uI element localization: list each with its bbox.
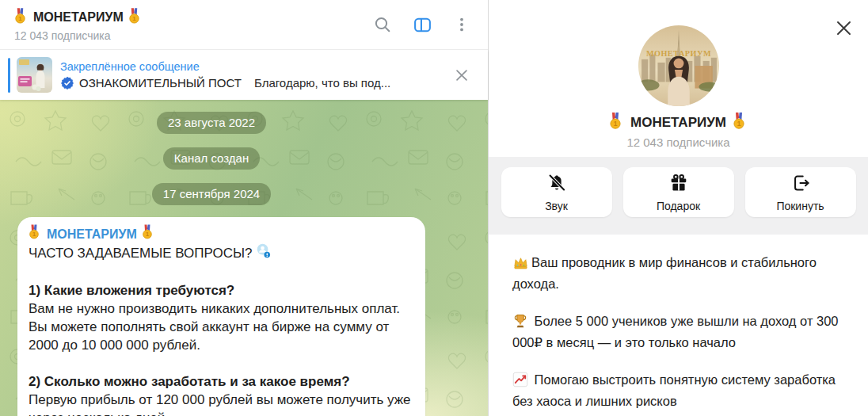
chat-canvas: 23 августа 2022 Канал создан 17 сентября… (0, 100, 488, 416)
faq-answer-2: Первую прибыль от 120 000 рублей вы може… (29, 391, 414, 416)
mute-button-label: Звук (545, 200, 568, 212)
gift-icon (668, 173, 689, 197)
profile-actions-band: Звук Подарок Покинуть (489, 157, 868, 235)
svg-text:1: 1 (32, 231, 36, 238)
pinned-accent-line (8, 58, 10, 93)
gold-medal-icon: 1 (14, 8, 26, 27)
leave-icon (790, 173, 811, 197)
pinned-message-bar[interactable]: Закреплённое сообщение ОЗНАКОМИТЕЛЬНЫЙ П… (0, 50, 488, 100)
crown-emoji (512, 256, 529, 275)
gold-medal-icon: 1 (609, 113, 622, 133)
close-profile-icon[interactable] (833, 17, 854, 38)
description-paragraph: Ваш проводник в мир финансов и стабильно… (512, 254, 847, 293)
svg-text:1: 1 (614, 120, 618, 128)
gold-medal-icon: 1 (733, 113, 745, 133)
channel-created-badge: Канал создан (163, 147, 260, 170)
bell-muted-icon (546, 173, 567, 197)
svg-text:1: 1 (146, 231, 149, 238)
svg-text:1: 1 (18, 15, 22, 22)
subscriber-count: 12 043 подписчика (14, 29, 143, 42)
gift-button[interactable]: Подарок (623, 167, 734, 217)
blue-person-emoji (256, 243, 271, 263)
trophy-emoji (512, 313, 528, 334)
chart-up-emoji (512, 372, 528, 392)
pinned-post-title: ОЗНАКОМИТЕЛЬНЫЙ ПОСТ (79, 76, 242, 90)
profile-subscriber-count: 12 043 подписчика (489, 135, 868, 149)
message-sender[interactable]: 1 МОНЕТАРИУМ 1 (29, 224, 414, 243)
pinned-thumbnail (17, 57, 52, 93)
faq-question-1: 1) Какие вложения требуются? (29, 281, 414, 300)
channel-description: Ваш проводник в мир финансов и стабильно… (489, 235, 868, 416)
profile-channel-title: МОНЕТАРИУМ (630, 115, 726, 131)
faq-answer-1: Вам не нужно производить никаких дополни… (29, 300, 414, 354)
gift-button-label: Подарок (657, 200, 700, 212)
columns-toggle-icon[interactable] (412, 14, 432, 35)
mute-button[interactable]: Звук (501, 167, 612, 217)
pinned-preview: Благодарю, что вы под... (254, 76, 390, 90)
channel-title: МОНЕТАРИУМ (33, 10, 124, 25)
message-headline: ЧАСТО ЗАДАВАЕМЫЕ ВОПРОСЫ? (29, 244, 253, 262)
message-bubble: 1 МОНЕТАРИУМ 1 ЧАСТО ЗАДАВАЕМЫЕ ВОПРОСЫ?… (17, 217, 425, 416)
chat-header: 1 МОНЕТАРИУМ 1 12 043 подписчика (0, 0, 488, 50)
date-badge[interactable]: 17 сентября 2024 (152, 183, 271, 205)
leave-button-label: Покинуть (776, 200, 824, 212)
faq-question-2: 2) Сколько можно заработать и за какое в… (29, 372, 414, 391)
leave-button[interactable]: Покинуть (745, 167, 856, 217)
svg-text:1: 1 (132, 15, 136, 22)
pinned-label: Закреплённое сообщение (60, 60, 442, 73)
date-badge[interactable]: 23 августа 2022 (157, 112, 266, 134)
svg-text:1: 1 (737, 120, 741, 128)
channel-avatar[interactable]: МОНЕТАРИУМ (638, 25, 719, 106)
profile-panel: МОНЕТАРИУМ 1 МОНЕТАРИУМ 1 12 043 подписч… (488, 0, 868, 416)
kebab-menu-icon[interactable] (451, 14, 472, 35)
gold-medal-icon: 1 (142, 224, 153, 243)
chat-header-info[interactable]: 1 МОНЕТАРИУМ 1 12 043 подписчика (14, 8, 143, 42)
pinned-close-icon[interactable] (451, 65, 472, 86)
verified-badge-icon (60, 76, 74, 90)
chat-column: 1 МОНЕТАРИУМ 1 12 043 подписчика (0, 0, 488, 416)
telegram-window: 1 МОНЕТАРИУМ 1 12 043 подписчика (0, 0, 868, 416)
search-icon[interactable] (372, 14, 393, 35)
description-paragraph: Более 5 000 учеников уже вышли на доход … (512, 312, 847, 352)
gold-medal-icon: 1 (128, 8, 140, 27)
gold-medal-icon: 1 (29, 224, 40, 243)
description-paragraph: Помогаю выстроить понятную систему зараб… (512, 371, 847, 410)
